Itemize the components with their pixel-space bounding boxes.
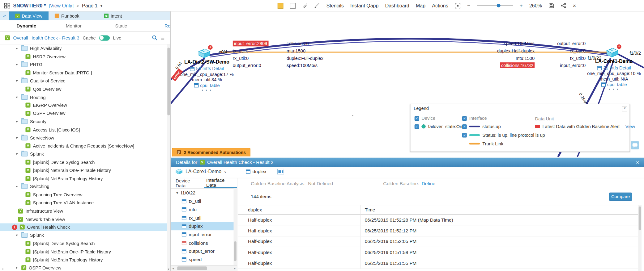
tab-data-view[interactable]: V Data View <box>9 11 49 20</box>
device-selector[interactable]: LA-Core1-Demo ∨ <box>175 168 227 175</box>
map-button[interactable]: Map <box>416 3 425 9</box>
more-dots-icon[interactable]: • • • <box>579 87 644 91</box>
table-vscrollbar[interactable] <box>638 205 642 271</box>
tree-item-splunk[interactable]: ▾Splunk <box>0 150 167 158</box>
device-la-core1-demo[interactable] <box>605 47 619 58</box>
cache-live-toggle[interactable] <box>99 35 110 40</box>
interface-metric-tx-util[interactable]: tx_util <box>171 197 237 205</box>
tab-device-data[interactable]: Device Data <box>173 178 203 188</box>
column-header-time[interactable]: Time <box>360 205 375 214</box>
table-row[interactable]: Half-duplex06/25/2019 01:51:58 PM <box>238 247 638 258</box>
expander-icon[interactable]: ▾ <box>15 136 19 140</box>
scrollbar-thumb[interactable] <box>639 206 641 230</box>
tree-item-eigrp-overview[interactable]: VEIGRP Overview <box>0 101 167 109</box>
fit-screen-button[interactable] <box>455 3 461 9</box>
snapshot-icon-button[interactable] <box>277 169 284 175</box>
tree-item-access-list-cisco-ios[interactable]: VAccess List [Cisco IOS] <box>0 126 167 134</box>
page-selector[interactable]: Page 1 <box>82 3 98 9</box>
tree-item-network-table-view[interactable]: VNetwork Table View <box>0 215 167 223</box>
close-map-button[interactable]: × <box>573 2 576 9</box>
tree-item-prtg[interactable]: ▾PRTG <box>0 60 167 69</box>
tree-item-quality-of-service[interactable]: ▾Quality of Service <box>0 77 167 85</box>
chat-icon[interactable] <box>631 141 639 150</box>
expander-icon[interactable]: ▾ <box>15 79 19 83</box>
stencils-button[interactable]: Stencils <box>326 3 344 9</box>
tab-interface-data[interactable]: Interface Data <box>204 178 237 188</box>
map-canvas[interactable]: + + LA-Dist2-SW-Demo 53 Intfs Detail one… <box>171 11 644 158</box>
column-header-duplex[interactable]: duplex <box>238 205 361 214</box>
expander-icon[interactable]: ▾ <box>15 63 19 67</box>
checkbox-status-up[interactable]: ✓ <box>462 124 467 129</box>
zoom-slider-handle[interactable] <box>497 4 500 7</box>
table-row[interactable]: Half-duplex06/25/2019 01:52:28 PM (Map D… <box>238 215 638 226</box>
tree-item-infrastructure-view[interactable]: VInfrastructure View <box>0 207 167 215</box>
tree-item-qos-overview[interactable]: VQos Overview <box>0 85 167 93</box>
shape-tool-button[interactable] <box>290 3 296 9</box>
tree-item-ospf-overview[interactable]: ▸VOSPF Overview <box>0 264 167 271</box>
share-button[interactable] <box>561 3 566 8</box>
tree-item-active-incidents-change-requests-servicenow[interactable]: VActive Incidents & Change Requests [Ser… <box>0 142 167 150</box>
tree-item-splunk-device-syslog-search[interactable]: V[Splunk] Device Syslog Search <box>0 240 167 248</box>
subtab-monitor[interactable]: Monitor <box>66 23 115 28</box>
alert-plus-badge[interactable]: + <box>208 45 213 50</box>
tree-item-ospf-overview[interactable]: VOSPF Overview <box>0 109 167 117</box>
interface-metric-mtu[interactable]: mtu <box>171 205 237 214</box>
dashboard-button[interactable]: Dashboard <box>385 3 409 9</box>
close-details-button[interactable]: × <box>636 159 639 165</box>
alert-plus-badge[interactable]: + <box>617 44 621 49</box>
expander-icon[interactable]: ▾ <box>15 119 19 123</box>
tree-item-monitor-sensor-data-prtg[interactable]: VMonitor Sensor Data [PRTG ] <box>0 69 167 77</box>
tree-item-high-availability[interactable]: ▾High Availability <box>0 44 167 52</box>
tree-item-splunk-netbrain-topology-history[interactable]: V[Splunk] NetBrain Topology History <box>0 256 167 264</box>
checkbox-status-line[interactable]: ✓ <box>462 133 467 137</box>
interface-metric-input-error[interactable]: input_error <box>171 230 237 239</box>
compare-button[interactable]: Compare <box>609 193 632 201</box>
chevron-down-icon[interactable]: ▾ <box>100 3 102 7</box>
zoom-in-button[interactable]: + <box>520 2 523 9</box>
table-row[interactable]: Half-duplex06/25/2019 01:52:05 PM <box>238 236 638 247</box>
sidebar-scrollbar[interactable]: ▾ <box>167 44 170 271</box>
tree-item-spanning-tree-vlan-instance[interactable]: VSpanning Tree VLAN Instance <box>0 199 167 207</box>
interface-node-f1-0-22[interactable]: ▾ f1/0/22 <box>171 189 237 197</box>
table-row[interactable]: Half-duplex06/25/2019 01:51:55 PM <box>238 258 638 269</box>
pen-tool-button[interactable] <box>302 3 307 8</box>
interface-metric-rx-util[interactable]: rx_util <box>171 214 237 222</box>
zoom-out-button[interactable]: − <box>467 2 470 9</box>
menu-button[interactable]: ≡ <box>161 34 164 41</box>
checkbox-failover[interactable]: ✓ <box>415 124 419 129</box>
result-link[interactable]: Overall Health Check - Result 3 <box>13 35 79 40</box>
more-dots-icon[interactable]: • • • <box>172 88 242 92</box>
subtab-dynamic[interactable]: Dynamic <box>16 23 66 28</box>
legend-expand-icon[interactable]: ↗ <box>622 106 627 111</box>
scrollbar-thumb[interactable] <box>234 241 237 261</box>
save-button[interactable] <box>548 3 554 8</box>
tree-item-splunk[interactable]: ▾Splunk <box>0 231 167 239</box>
expander-icon[interactable]: ▾ <box>175 191 179 195</box>
scroll-down-arrow[interactable]: ▾ <box>167 268 170 271</box>
left-pane-vscrollbar[interactable] <box>233 188 237 265</box>
tree-item-security[interactable]: ▾Security <box>0 118 167 126</box>
cpu-table-link[interactable]: cpu_table <box>601 82 627 87</box>
view-link[interactable]: View <box>625 124 635 129</box>
tree-item-overall-health-check[interactable]: 1VOverall Health Check <box>0 223 167 231</box>
tab-intent[interactable]: NI Intent <box>98 11 128 20</box>
left-pane-hscrollbar[interactable]: ◂ ▸ <box>171 265 237 271</box>
tree-item-splunk-device-syslog-search[interactable]: V[Splunk] Device Syslog Search <box>0 158 167 166</box>
tree-item-splunk-netbrain-one-ip-table-history[interactable]: V[Splunk] NetBrain One-IP Table History <box>0 248 167 256</box>
scrollbar-thumb[interactable] <box>177 266 207 270</box>
hscroll-left-arrow[interactable]: ◂ <box>0 267 5 271</box>
interface-metric-collisions[interactable]: collisions <box>171 239 237 247</box>
interface-metric-output-error[interactable]: output_error <box>171 247 237 255</box>
define-link[interactable]: Define <box>422 181 435 186</box>
interface-metric-duplex[interactable]: duplex <box>171 222 237 230</box>
tree-item-routing[interactable]: ▾Routing <box>0 93 167 101</box>
hscroll-left-arrow[interactable]: ◂ <box>172 266 174 270</box>
expander-icon[interactable]: ▾ <box>15 185 19 189</box>
scrollbar-thumb[interactable] <box>167 48 170 115</box>
tab-runbook[interactable]: Runbook <box>49 11 86 20</box>
checkbox-device[interactable]: ✓ <box>415 116 419 121</box>
interface-metric-speed[interactable]: speed <box>171 255 237 264</box>
tree-item-splunk-netbrain-topology-history[interactable]: V[Splunk] NetBrain Topology History <box>0 174 167 182</box>
search-button[interactable] <box>152 35 158 41</box>
subtab-static[interactable]: Static <box>115 23 164 28</box>
